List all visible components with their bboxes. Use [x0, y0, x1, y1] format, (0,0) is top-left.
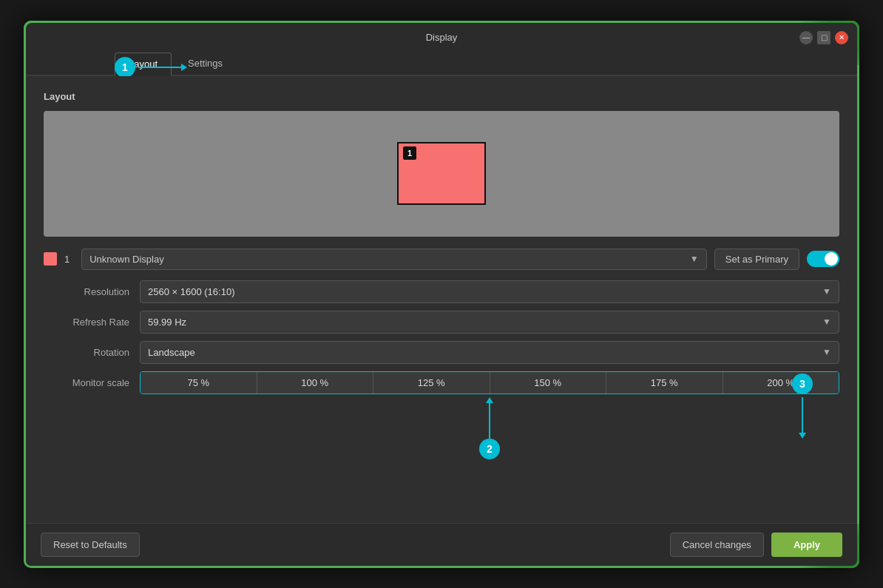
scale-options: 75 % 100 % 125 % 150 % 175 % 200 % [140, 371, 839, 394]
reset-defaults-button[interactable]: Reset to Defaults [41, 533, 140, 557]
window-title: Display [426, 32, 458, 43]
monitor-scale-label: Monitor scale [44, 377, 140, 388]
annotation-2-circle: 2 [479, 439, 500, 459]
set-primary-button[interactable]: Set as Primary [714, 249, 799, 270]
section-label-layout: Layout [44, 91, 839, 102]
annotation-3-line [802, 397, 803, 434]
scale-option-150[interactable]: 150 % [490, 372, 607, 393]
annotation-3: 3 [792, 374, 813, 434]
footer-left: Reset to Defaults [41, 533, 670, 557]
resolution-row: Resolution 2560 × 1600 (16:10) ▼ [44, 280, 839, 303]
monitor-scale-row: Monitor scale 75 % 100 % 125 % 150 % 175… [44, 371, 839, 394]
rotation-label: Rotation [44, 347, 140, 358]
scale-option-175[interactable]: 175 % [606, 372, 723, 393]
window-controls: — ▢ ✕ [799, 31, 848, 44]
monitor-color-indicator [44, 252, 57, 266]
close-button[interactable]: ✕ [835, 31, 848, 44]
toggle-knob [825, 252, 838, 266]
annotation-1: 1 [115, 57, 183, 78]
refresh-rate-chevron: ▼ [822, 317, 831, 327]
refresh-rate-label: Refresh Rate [44, 317, 140, 328]
tabbar: 1 Layout Settings [26, 53, 857, 76]
annotation-1-arrow [138, 67, 183, 68]
maximize-button[interactable]: ▢ [817, 31, 830, 44]
monitor-rect[interactable]: 1 [397, 142, 486, 205]
monitor-number-label: 1 [64, 254, 70, 265]
annotation-2-line [489, 402, 490, 439]
annotation-2: 2 [140, 402, 839, 459]
annotation-1-circle: 1 [115, 57, 135, 78]
scale-option-125[interactable]: 125 % [373, 372, 490, 393]
rotation-value: Landscape [148, 347, 195, 358]
annotation-3-circle: 3 [792, 374, 813, 394]
annotation-2-arrow: 2 [479, 402, 500, 459]
footer-right: Cancel changes Apply [670, 533, 842, 557]
monitor-number: 1 [403, 146, 416, 160]
display-preview: 1 [44, 111, 839, 237]
resolution-chevron: ▼ [822, 286, 831, 297]
apply-button[interactable]: Apply [771, 533, 842, 557]
refresh-rate-value: 59.99 Hz [148, 317, 186, 328]
scale-option-100[interactable]: 100 % [257, 372, 374, 393]
rotation-chevron: ▼ [822, 347, 831, 357]
titlebar: Display — ▢ ✕ [26, 23, 857, 53]
monitor-dropdown[interactable]: Unknown Display ▼ [81, 249, 707, 270]
rotation-row: Rotation Landscape ▼ [44, 341, 839, 364]
resolution-label: Resolution [44, 286, 140, 297]
rotation-dropdown[interactable]: Landscape ▼ [140, 341, 839, 364]
scale-option-75[interactable]: 75 % [141, 372, 257, 393]
monitor-dropdown-chevron: ▼ [690, 254, 699, 264]
main-window: Display — ▢ ✕ 1 Layout Settings Layout 1… [24, 21, 859, 568]
cancel-changes-button[interactable]: Cancel changes [670, 533, 764, 557]
scale-option-200[interactable]: 200 % [723, 372, 839, 393]
minimize-button[interactable]: — [799, 31, 813, 44]
main-content: Layout 1 1 Unknown Display ▼ Set as Prim… [26, 76, 857, 523]
footer: Reset to Defaults Cancel changes Apply [26, 523, 857, 566]
resolution-dropdown[interactable]: 2560 × 1600 (16:10) ▼ [140, 280, 839, 303]
monitor-name: Unknown Display [89, 254, 163, 265]
monitor-enable-toggle[interactable] [807, 251, 839, 267]
resolution-value: 2560 × 1600 (16:10) [148, 286, 234, 297]
monitor-selector-row: 1 Unknown Display ▼ Set as Primary [44, 249, 839, 270]
refresh-rate-dropdown[interactable]: 59.99 Hz ▼ [140, 311, 839, 334]
refresh-rate-row: Refresh Rate 59.99 Hz ▼ [44, 311, 839, 334]
